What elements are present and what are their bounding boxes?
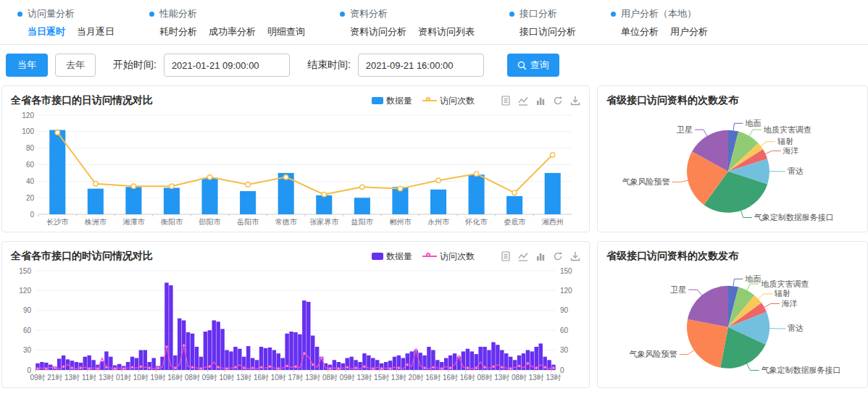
svg-text:气象定制数据服务接口: 气象定制数据服务接口 <box>754 213 834 222</box>
province-pie-chart-bottom: 地面地质灾害调查辐射海洋雷达气象定制数据服务接口气象风险预警卫星 <box>606 265 859 384</box>
svg-text:辐射: 辐射 <box>775 289 790 298</box>
x-axis-labels: 09时21时13时11时13时01时10时19时16时08时09时10时13时1… <box>30 370 561 382</box>
svg-text:13时: 13时 <box>236 374 251 382</box>
restore-icon[interactable] <box>553 251 563 261</box>
svg-text:09时: 09时 <box>202 374 217 382</box>
svg-text:0: 0 <box>27 366 31 374</box>
x-axis-labels: 长沙市株洲市湘潭市衡阳市邵阳市岳阳市常德市张家界市益阳市郴州市永州市怀化市娄底市… <box>38 214 564 226</box>
svg-text:120: 120 <box>560 287 572 295</box>
svg-text:0: 0 <box>560 366 564 374</box>
svg-text:60: 60 <box>26 161 35 169</box>
nav-link-unit-analysis[interactable]: 单位分析 <box>621 25 659 38</box>
bullet-icon <box>340 12 345 17</box>
svg-text:08时: 08时 <box>512 374 527 382</box>
svg-text:90: 90 <box>560 306 569 314</box>
svg-text:益阳市: 益阳市 <box>351 218 374 226</box>
nav-link-daily-hourly[interactable]: 当日逐时 <box>28 25 65 38</box>
nav-link-detail-query[interactable]: 明细查询 <box>267 25 305 38</box>
nav-group-title: 性能分析 <box>159 7 197 20</box>
svg-text:100: 100 <box>22 127 34 135</box>
svg-text:21时: 21时 <box>47 374 62 382</box>
svg-text:20: 20 <box>26 194 35 202</box>
nav-link-monthly-daily[interactable]: 当月逐日 <box>77 25 114 38</box>
line-chart-icon[interactable] <box>518 96 528 106</box>
legend-bar-swatch <box>372 97 383 104</box>
svg-text:13时: 13时 <box>529 374 544 382</box>
bullet-icon <box>509 12 514 17</box>
svg-text:常德市: 常德市 <box>275 218 298 226</box>
legend-item-visit-count[interactable]: 访问次数 <box>422 95 475 107</box>
svg-text:地面: 地面 <box>744 274 761 283</box>
svg-text:雷达: 雷达 <box>788 324 804 332</box>
nav-group-users: 用户分析（本地） 单位分析 用户分析 <box>611 7 708 38</box>
svg-text:郴州市: 郴州市 <box>389 218 412 226</box>
svg-text:13时: 13时 <box>356 374 372 382</box>
svg-text:150: 150 <box>19 267 31 275</box>
svg-text:13时: 13时 <box>391 374 406 382</box>
svg-text:11时: 11时 <box>82 374 96 382</box>
search-icon <box>517 61 527 70</box>
plot-area: 020406080100120 <box>22 111 572 219</box>
svg-text:邵阳市: 邵阳市 <box>199 218 222 226</box>
nav-group-title: 资料分析 <box>350 7 388 20</box>
svg-text:08时: 08时 <box>477 374 493 382</box>
last-year-button[interactable]: 去年 <box>55 54 96 77</box>
svg-text:13时: 13时 <box>546 374 561 382</box>
svg-text:张家界市: 张家界市 <box>309 218 339 226</box>
daily-chart-legend: 数据量 访问次数 <box>372 95 475 107</box>
restore-icon[interactable] <box>553 96 563 106</box>
bar-chart-icon[interactable] <box>535 96 546 106</box>
svg-text:60: 60 <box>560 327 569 334</box>
save-image-icon[interactable] <box>570 251 580 261</box>
nav-link-success-rate[interactable]: 成功率分析 <box>209 25 256 38</box>
svg-text:09时: 09时 <box>30 374 45 382</box>
search-button[interactable]: 查询 <box>507 54 559 77</box>
data-view-icon[interactable] <box>501 96 511 106</box>
svg-text:16时: 16时 <box>167 374 183 382</box>
bar-series <box>36 282 556 370</box>
top-navigation: 访问量分析 当日逐时 当月逐日 性能分析 耗时分析 成功率分析 明细查询 资料分… <box>0 0 868 45</box>
left-column: 全省各市接口的日访问情况对比 数据量 访问次数 <box>1 85 590 388</box>
svg-text:海洋: 海洋 <box>782 299 798 308</box>
hourly-chart-title: 全省各市接口的时访问情况对比 <box>11 250 153 263</box>
svg-text:40: 40 <box>26 177 35 185</box>
nav-link-data-access-analysis[interactable]: 资料访问分析 <box>350 25 406 38</box>
save-image-icon[interactable] <box>570 96 580 106</box>
svg-text:80: 80 <box>26 144 35 152</box>
nav-group-performance: 性能分析 耗时分析 成功率分析 明细查询 <box>149 7 305 38</box>
svg-text:13时: 13时 <box>494 374 509 382</box>
this-year-button[interactable]: 当年 <box>6 54 48 77</box>
nav-group-data: 资料分析 资料访问分析 资料访问列表 <box>340 7 475 38</box>
legend-item-data-volume[interactable]: 数据量 <box>372 250 412 263</box>
daily-bar-line-chart: 020406080100120长沙市株洲市湘潭市衡阳市邵阳市岳阳市常德市张家界市… <box>11 109 580 229</box>
bullet-icon <box>149 12 154 17</box>
svg-text:13时: 13时 <box>64 374 80 382</box>
end-time-input[interactable] <box>358 54 484 77</box>
legend-item-visit-count[interactable]: 访问次数 <box>422 250 475 263</box>
svg-text:19时: 19时 <box>151 374 166 382</box>
line-chart-icon[interactable] <box>518 251 528 261</box>
nav-link-user-analysis[interactable]: 用户分析 <box>670 25 708 38</box>
svg-text:13时: 13时 <box>99 374 114 382</box>
data-view-icon[interactable] <box>501 251 511 261</box>
svg-text:150: 150 <box>560 267 572 275</box>
svg-text:120: 120 <box>19 287 31 295</box>
svg-text:地面: 地面 <box>744 119 761 127</box>
bar-chart-icon[interactable] <box>535 251 546 261</box>
svg-text:地质灾害调查: 地质灾害调查 <box>760 279 809 288</box>
nav-link-data-access-list[interactable]: 资料访问列表 <box>418 25 475 38</box>
svg-text:衡阳市: 衡阳市 <box>160 218 183 226</box>
start-time-input[interactable] <box>164 54 290 77</box>
nav-link-time-cost[interactable]: 耗时分析 <box>159 25 197 38</box>
bar-series <box>49 130 561 214</box>
nav-link-interface-access-analysis[interactable]: 接口访问分析 <box>519 25 576 38</box>
svg-text:卫星: 卫星 <box>669 285 686 294</box>
svg-text:10时: 10时 <box>271 374 286 382</box>
svg-text:娄底市: 娄底市 <box>504 218 526 226</box>
nav-group-visits: 访问量分析 当日逐时 当月逐日 <box>17 7 114 38</box>
svg-text:15时: 15时 <box>374 374 389 382</box>
legend-item-data-volume[interactable]: 数据量 <box>372 95 412 107</box>
svg-text:0: 0 <box>30 211 34 219</box>
svg-text:海洋: 海洋 <box>783 146 799 155</box>
daily-chart-title: 全省各市接口的日访问情况对比 <box>11 94 153 107</box>
